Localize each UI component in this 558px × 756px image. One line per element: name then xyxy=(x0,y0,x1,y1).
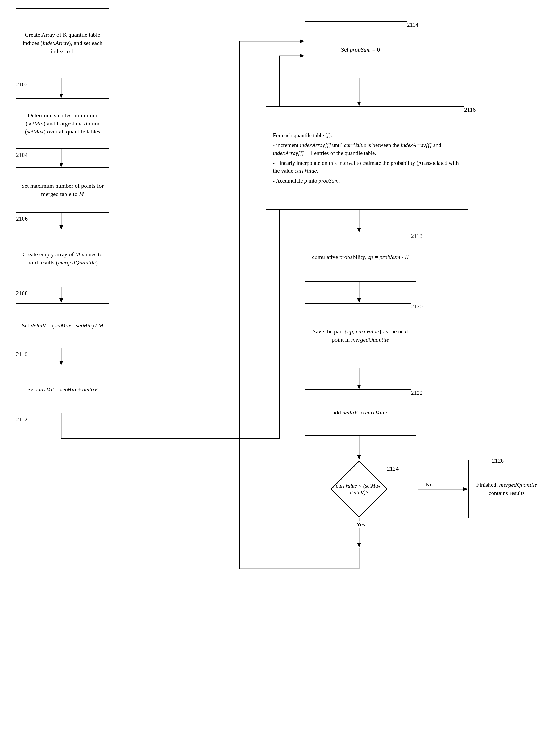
ref-2112: 2112 xyxy=(16,416,27,423)
box-2108: Create empty array of M values to hold r… xyxy=(16,230,109,287)
ref-2104: 2104 xyxy=(16,152,28,158)
ref-2120: 2120 xyxy=(411,303,423,310)
box-2110: Set deltaV = (setMax - setMin) / M xyxy=(16,303,109,348)
svg-marker-1 xyxy=(59,93,63,98)
svg-marker-18 xyxy=(357,228,361,233)
svg-marker-5 xyxy=(59,225,63,230)
svg-marker-28 xyxy=(463,487,468,491)
label-yes: Yes xyxy=(356,521,365,528)
ref-2122: 2122 xyxy=(411,389,423,396)
box-2112: Set currVal = setMin + deltaV xyxy=(16,366,109,413)
ref-2108: 2108 xyxy=(16,290,28,297)
box-2120: Save the pair {cp, currValue} as the nex… xyxy=(305,303,416,368)
box-2102: Create Array of K quantile table indices… xyxy=(16,8,109,78)
flowchart-diagram: Create Array of K quantile table indices… xyxy=(0,0,558,756)
svg-marker-20 xyxy=(357,298,361,303)
box-2126: Finished. mergedQuantile contains result… xyxy=(468,460,545,518)
box-2114: Set probSum = 0 xyxy=(305,21,416,78)
box-2122: add deltaV to currValue xyxy=(305,389,416,436)
svg-marker-14 xyxy=(300,54,305,58)
svg-marker-24 xyxy=(357,455,361,460)
box-2118: cumulative probability, cp = probSum / K xyxy=(305,233,416,282)
svg-marker-26 xyxy=(357,543,361,548)
svg-marker-33 xyxy=(300,39,305,43)
box-2106: Set maximum number of points for merged … xyxy=(16,167,109,213)
ref-2106: 2106 xyxy=(16,215,28,222)
label-no: No xyxy=(426,481,433,488)
diamond-2124: currValue < (setMax- deltaV)? xyxy=(330,460,388,518)
ref-2118: 2118 xyxy=(411,233,422,240)
box-2116: For each quantile table (j): - increment… xyxy=(266,106,468,210)
ref-2110: 2110 xyxy=(16,351,27,358)
ref-2124: 2124 xyxy=(387,465,399,472)
svg-marker-16 xyxy=(357,102,361,106)
box-2104: Determine smallest minimum (setMin) and … xyxy=(16,98,109,149)
svg-marker-7 xyxy=(59,298,63,303)
ref-2114: 2114 xyxy=(407,21,418,28)
svg-marker-3 xyxy=(59,163,63,167)
ref-2116: 2116 xyxy=(464,106,476,113)
svg-marker-22 xyxy=(357,385,361,389)
ref-2126: 2126 xyxy=(492,457,504,464)
ref-2102: 2102 xyxy=(16,81,28,88)
svg-marker-9 xyxy=(59,361,63,366)
